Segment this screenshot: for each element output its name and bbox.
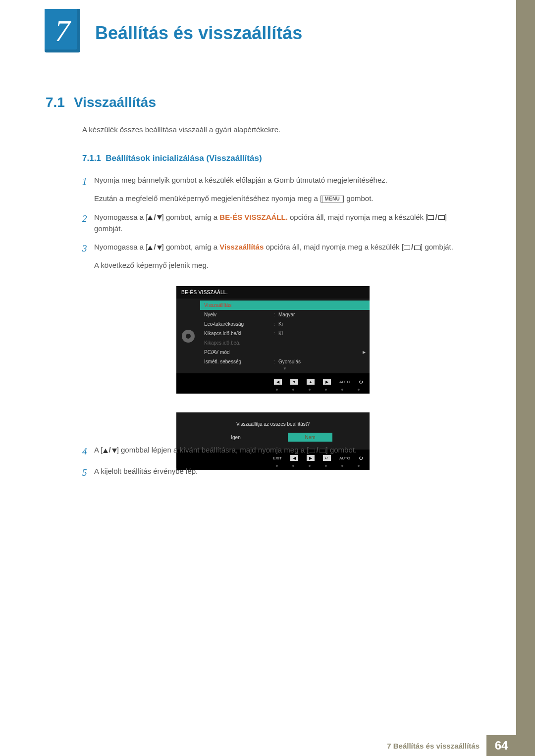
menu-button-icon: MENU bbox=[322, 196, 342, 203]
step-1: 1 Nyomja meg bármelyik gombot a készülék… bbox=[82, 174, 459, 204]
side-accent-bar bbox=[516, 0, 535, 756]
step-3: 3 Nyomogassa a [/] gombot, amíg a Vissza… bbox=[82, 241, 459, 271]
step-1-sub-a: Ezután a megfelelő menüképernyő megjelen… bbox=[94, 194, 322, 202]
chapter-number-badge: 7 bbox=[45, 9, 80, 52]
scroll-down-indicator: ▼ bbox=[200, 366, 370, 371]
step-5: 5 A kijelölt beállítás érvénybe lép. bbox=[82, 465, 459, 480]
subsection-title: Beállítások inicializálása (Visszaállítá… bbox=[106, 153, 262, 163]
confirm-no-selected: Nem bbox=[288, 433, 332, 442]
osd-row-selected: Visszaállítás bbox=[200, 301, 370, 310]
enter-icon bbox=[438, 215, 445, 220]
chapter-header: 7 Beállítás és visszaállítás bbox=[45, 9, 302, 52]
step-number: 4 bbox=[82, 444, 94, 458]
step-4-mid: ] gombbal lépjen a kívánt beállításra, m… bbox=[117, 446, 309, 454]
up-arrow-icon bbox=[103, 449, 108, 453]
source-icon bbox=[404, 246, 410, 250]
section-intro: A készülék összes beállítása visszaáll a… bbox=[82, 125, 280, 134]
subsection-heading: 7.1.1 Beállítások inicializálása (Vissza… bbox=[82, 153, 262, 163]
nav-auto-label: AUTO bbox=[339, 380, 350, 384]
source-icon bbox=[428, 215, 434, 220]
chapter-title: Beállítás és visszaállítás bbox=[95, 23, 302, 44]
step-number: 2 bbox=[82, 211, 94, 235]
step-1-sub-b: ] gombot. bbox=[342, 194, 374, 202]
osd-nav-dots: •••••• bbox=[176, 388, 370, 394]
section-title: Visszaállítás bbox=[74, 95, 156, 110]
subsection-number: 7.1.1 bbox=[82, 153, 101, 163]
slash-separator: / bbox=[154, 211, 156, 223]
osd-menu-list: Visszaállítás Nyelv:Magyar Eco-takarékos… bbox=[200, 299, 370, 373]
nav-down-icon: ▼ bbox=[290, 379, 298, 385]
step-2-mid: ] gombot, amíg a bbox=[162, 213, 220, 221]
step-number: 1 bbox=[82, 174, 94, 204]
section-heading: 7.1Visszaállítás bbox=[46, 95, 156, 110]
nav-left-icon: ◀ bbox=[274, 379, 282, 385]
osd-row: Ismétl. sebesség:Gyorsulás bbox=[200, 357, 370, 366]
step-1-text: Nyomja meg bármelyik gombot a készülék e… bbox=[94, 176, 387, 184]
confirm-question: Visszaállítja az összes beállítást? bbox=[176, 412, 370, 433]
gear-icon bbox=[182, 330, 195, 343]
step-3-highlight: Visszaállítás bbox=[219, 243, 264, 251]
step-2-highlight: BE-ÉS VISSZAÁLL. bbox=[219, 213, 288, 221]
step-2: 2 Nyomogassa a [/] gombot, amíg a BE-ÉS … bbox=[82, 211, 459, 235]
step-2-pre: Nyomogassa a [ bbox=[94, 213, 148, 221]
step-number: 5 bbox=[82, 465, 94, 480]
osd-row: Nyelv:Magyar bbox=[200, 310, 370, 319]
page-footer: 7 Beállítás és visszaállítás 64 bbox=[0, 735, 535, 756]
step-4: 4 A [/] gombbal lépjen a kívánt beállítá… bbox=[82, 444, 459, 458]
step-2-post: opcióra áll, majd nyomja meg a készülék … bbox=[288, 213, 428, 221]
step-3-after: A következő képernyő jelenik meg. bbox=[94, 259, 459, 271]
osd-row-disabled: Kikapcs.idő.beá. bbox=[200, 338, 370, 348]
step-3-pre: Nyomogassa a [ bbox=[94, 243, 148, 251]
step-5-text: A kijelölt beállítás érvénybe lép. bbox=[94, 467, 198, 475]
osd-title: BE-ÉS VISSZAÁLL. bbox=[176, 286, 370, 299]
step-4-pre: A [ bbox=[94, 446, 103, 454]
section-number: 7.1 bbox=[46, 95, 65, 110]
osd-screenshot: BE-ÉS VISSZAÁLL. Visszaállítás Nyelv:Mag… bbox=[176, 286, 370, 470]
down-arrow-icon bbox=[112, 449, 117, 453]
step-3-end: ] gombját. bbox=[421, 243, 453, 251]
nav-right-icon: ▶ bbox=[323, 379, 331, 385]
osd-row: PC/AV mód▶ bbox=[200, 348, 370, 357]
power-icon: ⏻ bbox=[359, 380, 363, 384]
nav-up-icon: ▲ bbox=[307, 379, 315, 385]
up-arrow-icon bbox=[148, 215, 153, 220]
submenu-arrow-icon: ▶ bbox=[363, 350, 366, 354]
down-arrow-icon bbox=[157, 215, 162, 220]
footer-chapter-label: 7 Beállítás és visszaállítás bbox=[387, 735, 486, 756]
step-number: 3 bbox=[82, 241, 94, 271]
footer-side-accent bbox=[516, 735, 535, 756]
step-4-end: ] gombot. bbox=[326, 446, 357, 454]
step-3-mid: ] gombot, amíg a bbox=[162, 243, 220, 251]
up-arrow-icon bbox=[148, 246, 153, 250]
step-3-post: opcióra áll, majd nyomja meg a készülék … bbox=[264, 243, 404, 251]
confirm-yes: Igen bbox=[214, 433, 258, 442]
osd-row: Eco-takarékosság:Ki bbox=[200, 319, 370, 329]
source-icon bbox=[309, 449, 315, 453]
footer-page-number: 64 bbox=[486, 735, 516, 756]
down-arrow-icon bbox=[157, 246, 162, 250]
enter-icon bbox=[320, 449, 326, 453]
osd-row: Kikapcs.idő.be/ki:Ki bbox=[200, 329, 370, 338]
enter-icon bbox=[414, 246, 421, 250]
osd-nav-bar: ◀ ▼ ▲ ▶ AUTO ⏻ bbox=[176, 373, 370, 388]
